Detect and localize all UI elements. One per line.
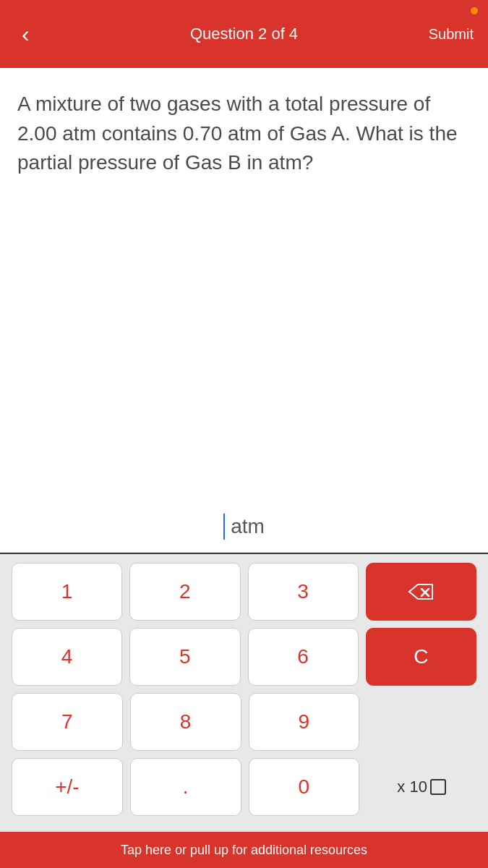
key-9[interactable]: 9	[249, 693, 360, 751]
key-0[interactable]: 0	[249, 758, 360, 816]
question-progress: Question 2 of 4	[190, 25, 298, 43]
key-8[interactable]: 8	[130, 693, 241, 751]
key-4[interactable]: 4	[12, 628, 122, 686]
input-display[interactable]: atm	[0, 501, 488, 554]
empty-spacer	[367, 693, 476, 751]
clear-button[interactable]: C	[366, 628, 476, 686]
x10-label: x 10	[397, 778, 427, 796]
question-text: A mixture of two gases with a total pres…	[17, 90, 471, 178]
notification-dot	[471, 7, 478, 14]
calculator-area: atm 1 2 3 4 5 6 C 7 8	[0, 501, 488, 832]
header: ‹ Question 2 of 4 Submit	[0, 0, 488, 68]
back-button[interactable]: ‹	[14, 15, 37, 53]
x10-exponent-box	[430, 779, 446, 795]
key-decimal[interactable]: .	[130, 758, 241, 816]
key-3[interactable]: 3	[248, 563, 359, 621]
keypad-row-3: 7 8 9	[12, 693, 476, 751]
text-cursor	[223, 514, 225, 540]
key-7[interactable]: 7	[12, 693, 123, 751]
key-6[interactable]: 6	[248, 628, 359, 686]
unit-label: atm	[231, 515, 265, 538]
keypad-row-1: 1 2 3	[12, 563, 476, 621]
key-2[interactable]: 2	[129, 563, 240, 621]
submit-button[interactable]: Submit	[429, 26, 474, 43]
keypad-row-2: 4 5 6 C	[12, 628, 476, 686]
bottom-bar-label: Tap here or pull up for additional resou…	[121, 843, 367, 858]
key-5[interactable]: 5	[129, 628, 240, 686]
key-1[interactable]: 1	[12, 563, 122, 621]
key-plusminus[interactable]: +/-	[12, 758, 123, 816]
keypad: 1 2 3 4 5 6 C 7 8 9	[0, 554, 488, 832]
key-x10[interactable]: x 10	[367, 758, 476, 816]
bottom-bar[interactable]: Tap here or pull up for additional resou…	[0, 832, 488, 868]
backspace-button[interactable]	[366, 563, 476, 621]
keypad-row-4: +/- . 0 x 10	[12, 758, 476, 816]
question-area: A mixture of two gases with a total pres…	[0, 68, 488, 192]
